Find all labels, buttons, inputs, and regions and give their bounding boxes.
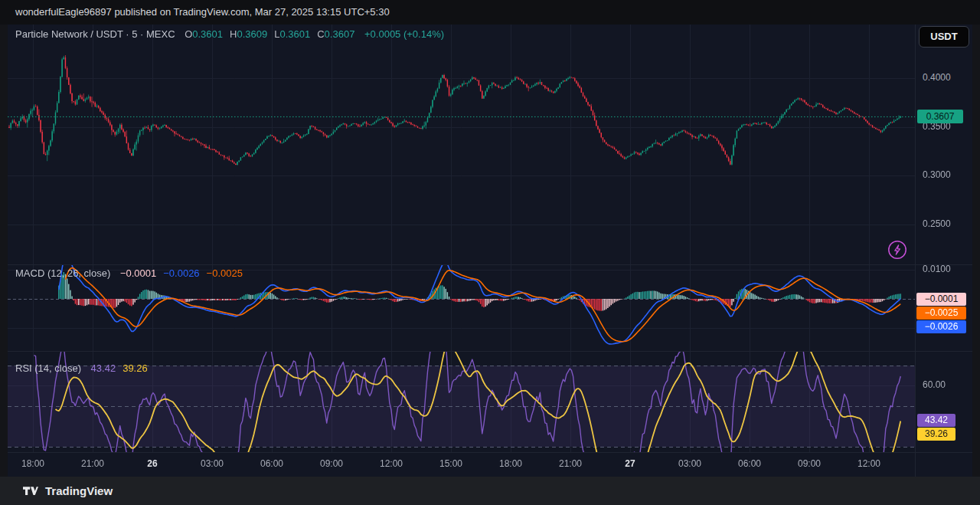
currency-toggle-button[interactable]: USDT: [919, 26, 969, 48]
macd-value-badge: −0.0001: [916, 293, 966, 306]
footer-bar: TradingView: [0, 477, 980, 505]
rsi-legend[interactable]: RSI (14, close) 43.4239.26: [15, 362, 148, 374]
ohlc-value: 0.3601: [279, 28, 310, 40]
symbol-legend[interactable]: Particle Network / USDT · 5 · MEXC O0.36…: [15, 28, 444, 40]
tradingview-brand-text[interactable]: TradingView: [45, 484, 113, 497]
ohlc-label: C: [317, 28, 324, 40]
price-axis-label: 0.2500: [923, 218, 951, 229]
time-axis-label: 03:00: [678, 458, 701, 469]
time-axis-separator: [8, 452, 972, 453]
time-axis-label: 21:00: [559, 458, 582, 469]
rsi-legend-value: 39.26: [122, 362, 148, 374]
rsi-axis-label: 60.00: [923, 379, 946, 390]
lightning-icon[interactable]: [887, 240, 907, 260]
rsi-legend-values: 43.4239.26: [84, 362, 148, 374]
time-axis-label: 06:00: [738, 458, 761, 469]
time-axis-label: 18:00: [499, 458, 522, 469]
ohlc-label: O: [185, 28, 192, 40]
time-axis-label: 12:00: [858, 458, 880, 469]
chart-panel: Particle Network / USDT · 5 · MEXC O0.36…: [8, 25, 972, 477]
chart-canvas[interactable]: [8, 25, 915, 477]
last-price-badge: 0.3607: [917, 110, 963, 123]
ohlc-value: 0.3601: [192, 28, 223, 40]
ohlc-values: O0.3601H0.3609L0.3601C0.3607: [178, 28, 354, 40]
snapshot-header-text: wonderfulEagle96897 published on Trading…: [15, 6, 390, 18]
rsi-value-badge: 43.42: [917, 414, 956, 427]
time-axis-label: 09:00: [798, 458, 821, 469]
time-axis-label: 12:00: [380, 458, 403, 469]
macd-legend-value: −0.0001: [120, 267, 156, 279]
pane-separator[interactable]: [8, 351, 972, 352]
macd-legend-title[interactable]: MACD (12, 26, close): [15, 267, 110, 279]
time-axis-label: 09:00: [320, 458, 343, 469]
rsi-value-badge: 39.26: [917, 428, 956, 441]
time-axis-label: 15:00: [439, 458, 462, 469]
time-axis-label: 06:00: [260, 458, 283, 469]
change-value: +0.0005 (+0.14%): [364, 28, 444, 40]
price-axis-label: 0.4000: [923, 72, 951, 83]
ohlc-value: 0.3609: [237, 28, 267, 40]
pane-separator[interactable]: [8, 264, 972, 265]
tradingview-logo-icon[interactable]: [23, 486, 38, 497]
macd-legend-value: −0.0025: [207, 267, 243, 279]
symbol-title[interactable]: Particle Network / USDT · 5 · MEXC: [15, 28, 175, 40]
macd-value-badge: −0.0025: [916, 307, 966, 320]
macd-axis-label: 0.0100: [923, 264, 951, 274]
time-axis-label: 21:00: [81, 458, 104, 469]
rsi-legend-title[interactable]: RSI (14, close): [15, 362, 81, 374]
macd-legend-values: −0.0001−0.0026−0.0025: [113, 267, 243, 279]
ohlc-value: 0.3607: [325, 28, 355, 40]
time-axis-label: 03:00: [201, 458, 224, 469]
time-axis-label: 26: [147, 458, 157, 469]
macd-legend-value: −0.0026: [163, 267, 199, 279]
macd-legend[interactable]: MACD (12, 26, close) −0.0001−0.0026−0.00…: [15, 267, 243, 279]
rsi-legend-value: 43.42: [91, 362, 116, 374]
macd-value-badge: −0.0026: [916, 320, 966, 333]
price-axis-separator: [915, 25, 916, 477]
snapshot-header: wonderfulEagle96897 published on Trading…: [0, 0, 980, 25]
time-axis-label: 18:00: [21, 458, 44, 469]
price-axis-label: 0.3000: [923, 169, 951, 180]
time-axis-label: 27: [625, 458, 635, 469]
